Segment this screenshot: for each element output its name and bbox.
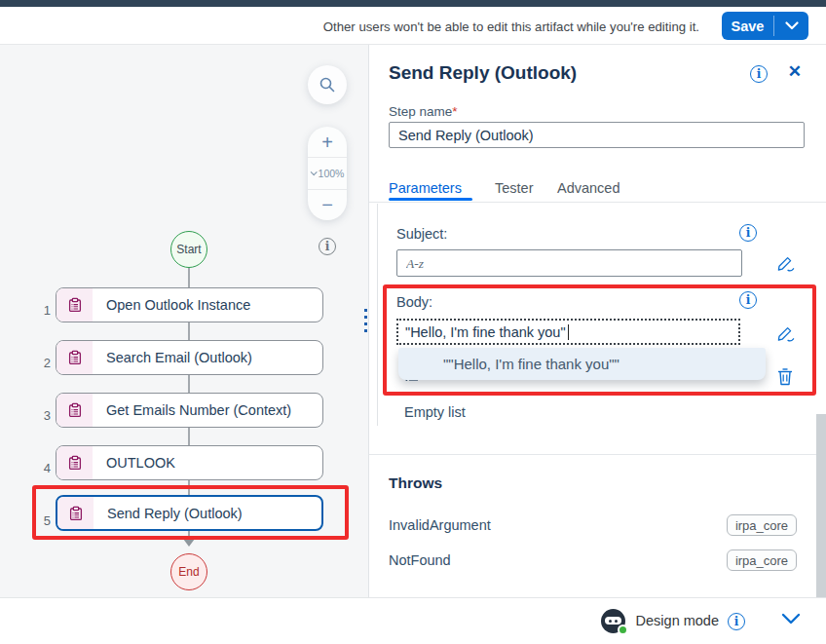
zoom-level-value: 100% [319,168,345,179]
throw-source-badge: irpa_core [727,514,797,536]
collapse-panel-button[interactable] [781,613,801,627]
required-marker: * [452,104,457,119]
top-bar: Other users won't be able to edit this a… [0,7,826,45]
design-mode-label: Design mode [636,613,719,628]
step-number: 5 [37,513,51,528]
save-split-button[interactable]: Save [722,12,808,40]
panel-scrollbar[interactable] [816,414,826,597]
step-node-search-email[interactable]: Search Email (Outlook) [56,340,323,375]
step-number: 4 [37,461,51,475]
save-button[interactable]: Save [722,12,773,40]
tab-tester[interactable]: Tester [495,180,534,196]
save-dropdown-button[interactable] [774,12,808,40]
clipboard-icon [56,288,93,322]
body-input[interactable]: "Hello, I'm fine thank you" [396,319,740,345]
edit-expression-button[interactable] [774,253,796,275]
text-caret [568,324,569,340]
info-icon[interactable]: i [739,224,757,242]
start-node[interactable]: Start [170,231,207,268]
info-icon[interactable]: i [739,291,757,309]
status-dot-icon [618,625,628,635]
throw-item-name: NotFound [389,552,451,568]
step-label: Search Email (Outlook) [93,341,252,374]
step-node-outlook[interactable]: OUTLOOK [56,445,323,480]
step-node-send-reply-selected[interactable]: Send Reply (Outlook) [56,495,323,531]
edit-lock-notice: Other users won't be able to edit this a… [323,19,699,34]
step-number: 1 [37,303,51,318]
tabs-bottom-border [369,202,826,203]
info-icon[interactable]: i [728,613,745,630]
parameters-group-border [377,204,378,426]
trash-icon [775,366,795,388]
zoom-controls: + 100% − [308,127,347,220]
throw-source-badge: irpa_core [727,549,797,571]
tab-parameters[interactable]: Parameters [389,180,462,196]
flow-arrow-icon [183,539,195,547]
step-label: Open Outlook Instance [93,288,250,322]
chevron-down-icon [781,613,801,625]
pencil-icon [775,323,796,344]
clipboard-icon [56,446,93,479]
canvas-search-button[interactable] [308,65,347,104]
bot-visor [605,617,621,625]
app-window: Other users won't be able to edit this a… [0,0,826,644]
autocomplete-dropdown: ""Hello, I'm fine thank you"" [398,348,766,380]
step-name-label: Step name* [389,104,458,119]
bot-mode-icon [601,609,625,633]
clipboard-icon [56,341,93,374]
subject-input[interactable] [396,249,742,277]
search-icon [319,76,336,94]
clipboard-icon [57,497,94,529]
zoom-out-button[interactable]: − [308,190,347,220]
step-number: 2 [37,356,51,370]
active-tab-indicator [389,198,472,201]
zoom-level-selector[interactable]: 100% [308,157,347,189]
step-label: Send Reply (Outlook) [94,497,243,529]
end-node[interactable]: End [170,553,207,590]
bottom-bar: Design mode i [0,597,826,644]
main-area: + 100% − i Start Open Outlook Instance 1… [0,45,826,597]
shell-top-strip [0,0,826,7]
info-icon[interactable]: i [750,65,768,83]
throws-heading: Throws [389,474,442,492]
pencil-icon [775,253,796,274]
chevron-down-icon [310,170,317,176]
throw-item-name: InvalidArgument [389,517,491,533]
subject-label: Subject: [396,226,447,242]
empty-list-text: Empty list [404,404,466,420]
workflow-canvas[interactable]: + 100% − i Start Open Outlook Instance 1… [0,45,368,597]
panel-resize-handle[interactable] [364,309,367,332]
edit-expression-button[interactable] [774,323,796,345]
step-node-get-emails-number[interactable]: Get Emails Number (Context) [56,393,323,428]
step-number: 3 [37,408,51,423]
clipboard-icon [56,394,93,427]
body-label: Body: [396,294,432,310]
close-icon[interactable]: ✕ [788,61,802,82]
step-label: Get Emails Number (Context) [93,394,291,427]
step-node-open-outlook-instance[interactable]: Open Outlook Instance [56,287,323,322]
canvas-info-icon[interactable]: i [319,238,336,255]
tab-advanced[interactable]: Advanced [557,180,620,196]
panel-title: Send Reply (Outlook) [389,62,577,84]
step-name-input[interactable] [389,122,805,148]
chevron-down-icon [785,21,799,30]
zoom-in-button[interactable]: + [308,127,347,157]
body-input-value: "Hello, I'm fine thank you" [405,324,566,340]
delete-button[interactable] [774,366,796,390]
step-label: OUTLOOK [93,446,175,479]
step-details-panel: Send Reply (Outlook) i ✕ Step name* Para… [369,45,826,597]
section-divider [369,454,826,455]
autocomplete-suggestion[interactable]: ""Hello, I'm fine thank you"" [398,348,766,380]
